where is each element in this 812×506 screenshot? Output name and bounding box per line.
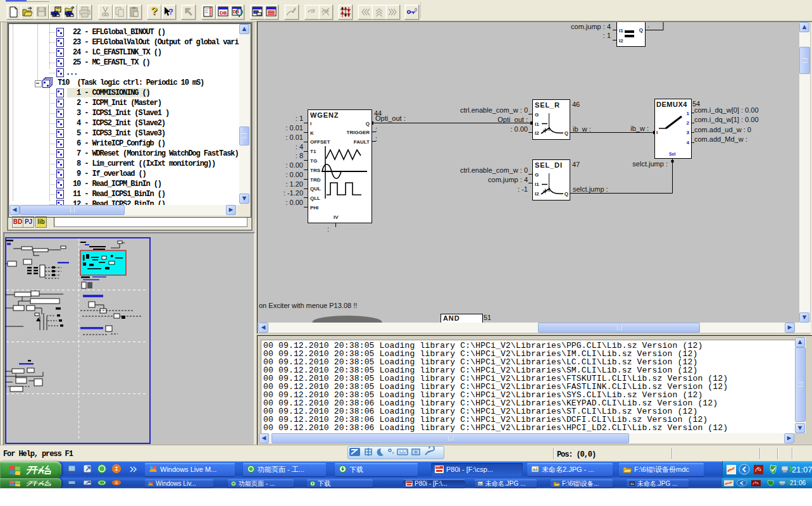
svg-text:0: 0 (415, 8, 417, 12)
svg-text:DB: DB (220, 10, 227, 16)
